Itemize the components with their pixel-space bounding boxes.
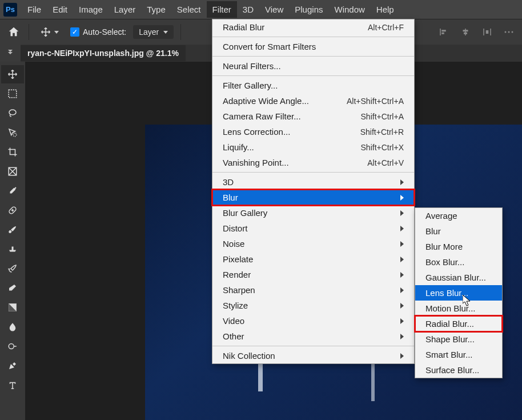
menu-window[interactable]: Window [328,1,370,18]
document-tab-title: ryan-c-NEiPIxpYI-unsplash.jpg @ 21.1% [27,49,179,58]
submenu-item-label: Blur [425,226,441,236]
menu-item-blur-gallery[interactable]: Blur Gallery [212,205,414,221]
blur-tool[interactable] [1,318,24,336]
layer-dropdown[interactable]: Layer [133,25,174,39]
menu-item-convert-smart[interactable]: Convert for Smart Filters [212,39,414,54]
align-center-icon[interactable] [458,25,473,39]
svg-point-13 [9,110,16,115]
app-logo-icon: Ps [3,3,17,17]
menu-item-neural-filters[interactable]: Neural Filters... [212,58,414,74]
submenu-item-label: Radial Blur... [425,319,474,329]
menu-item-label: Blur [223,193,238,202]
chevron-down-icon[interactable] [54,31,59,34]
tool-panel [0,62,25,420]
frame-tool[interactable] [1,162,24,181]
align-left-icon[interactable] [436,25,451,39]
menu-item-label: Convert for Smart Filters [223,42,316,51]
submenu-item-smart-blur[interactable]: Smart Blur... [415,347,502,362]
svg-rect-4 [463,30,468,31]
menu-item[interactable]: Liquify...Shift+Ctrl+X [212,139,414,155]
document-tab[interactable]: ryan-c-NEiPIxpYI-unsplash.jpg @ 21.1% [21,45,186,61]
menu-item[interactable]: Adaptive Wide Angle...Alt+Shift+Ctrl+A [212,93,414,109]
type-tool[interactable] [1,376,24,394]
submenu-item-surface-blur[interactable]: Surface Blur... [415,362,502,378]
checkbox-checked-icon[interactable]: ✓ [70,27,79,37]
submenu-item-box-blur[interactable]: Box Blur... [415,254,502,270]
menu-item-3d[interactable]: 3D [212,174,414,190]
menu-edit[interactable]: Edit [47,1,73,18]
healing-tool[interactable] [1,201,24,219]
more-icon[interactable] [501,25,516,39]
svg-rect-3 [465,29,466,35]
submenu-item-lens-blur[interactable]: Lens Blur... [415,285,502,301]
distribute-icon[interactable] [480,25,495,39]
menu-item-label: Distort [223,223,247,233]
clone-stamp-tool[interactable] [1,240,24,258]
svg-rect-0 [440,29,441,35]
menu-view[interactable]: View [259,1,289,18]
menu-item-noise[interactable]: Noise [212,236,414,251]
menu-item[interactable]: Vanishing Point...Alt+Ctrl+V [212,155,414,170]
menu-filter[interactable]: Filter [207,1,237,18]
gradient-tool[interactable] [1,298,24,317]
menu-item-label: Camera Raw Filter... [223,111,301,121]
menu-help[interactable]: Help [371,1,400,18]
menu-item-other[interactable]: Other [212,329,414,344]
menu-3d[interactable]: 3D [237,1,259,18]
dodge-tool[interactable] [1,337,24,355]
submenu-item-label: Smart Blur... [425,350,473,359]
menu-shortcut: Shift+Ctrl+A [361,112,404,121]
menu-item[interactable]: Camera Raw Filter...Shift+Ctrl+A [212,109,414,124]
eraser-tool[interactable] [1,279,24,297]
submenu-item-radial-blur[interactable]: Radial Blur... [415,316,502,331]
history-brush-tool[interactable] [1,259,24,278]
submenu-item-motion-blur[interactable]: Motion Blur... [415,301,502,316]
menu-shortcut: Shift+Ctrl+R [360,127,404,137]
quick-select-tool[interactable] [1,123,24,142]
tab-expand-icon[interactable] [0,45,21,62]
submenu-item-shape-blur[interactable]: Shape Blur... [415,331,502,347]
brush-tool[interactable] [1,221,24,239]
menu-type[interactable]: Type [141,1,171,18]
svg-point-11 [512,31,513,33]
lasso-tool[interactable] [1,104,24,122]
menu-item-blur[interactable]: Blur [212,190,414,205]
menu-item-nik-collection[interactable]: Nik Collection [212,348,414,363]
submenu-item-blur-more[interactable]: Blur More [415,239,502,254]
menu-item-sharpen[interactable]: Sharpen [212,282,414,298]
pen-tool[interactable] [1,357,24,375]
auto-select-label: Auto-Select: [83,27,126,37]
menu-item-pixelate[interactable]: Pixelate [212,251,414,267]
menu-item-label: Noise [223,239,244,249]
menu-item-stylize[interactable]: Stylize [212,298,414,313]
marquee-tool[interactable] [1,85,24,103]
menu-item[interactable]: Lens Correction...Shift+Ctrl+R [212,124,414,139]
menu-item-render[interactable]: Render [212,267,414,282]
submenu-item-gaussian-blur[interactable]: Gaussian Blur... [415,270,502,285]
menu-item-label: Render [223,270,251,279]
menu-bar: Ps FileEditImageLayerTypeSelectFilter3DV… [0,0,522,19]
eyedropper-tool[interactable] [1,182,24,200]
menu-item-label: Nik Collection [223,351,275,361]
menu-item-last-filter[interactable]: Radial Blur Alt+Ctrl+F [212,19,414,35]
menu-item-distort[interactable]: Distort [212,221,414,236]
menu-item[interactable]: Filter Gallery... [212,78,414,93]
menu-select[interactable]: Select [171,1,207,18]
move-tool[interactable] [1,65,24,83]
menu-item-video[interactable]: Video [212,313,414,329]
submenu-item-blur[interactable]: Blur [415,223,502,239]
move-icon [41,27,51,37]
menu-layer[interactable]: Layer [109,1,142,18]
menu-item-label: Vanishing Point... [223,158,289,167]
menu-plugins[interactable]: Plugins [289,1,328,18]
submenu-item-average[interactable]: Average [415,208,502,223]
menu-item-label: Filter Gallery... [223,81,278,90]
menu-image[interactable]: Image [73,1,109,18]
menu-item-label: Video [223,316,244,326]
home-icon[interactable] [6,24,22,40]
crop-tool[interactable] [1,143,24,161]
menu-separator [212,75,414,76]
submenu-item-label: Box Blur... [425,257,464,267]
menu-file[interactable]: File [22,1,47,18]
auto-select-option[interactable]: ✓ Auto-Select: [70,27,126,37]
